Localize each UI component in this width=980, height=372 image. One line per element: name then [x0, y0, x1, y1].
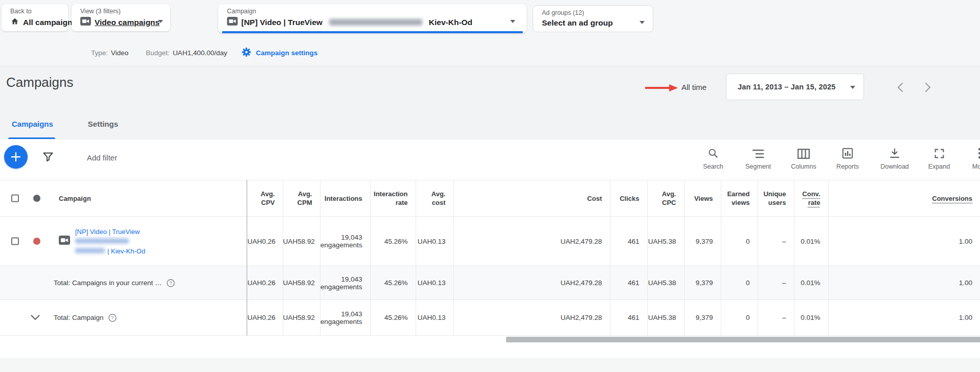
total-campaign-row: Total: Campaign ? UAH0.26 UAH58.92 19,04…: [0, 300, 980, 336]
col-header-interaction-rate[interactable]: Interaction rate: [370, 180, 416, 217]
col-header-clicks[interactable]: Clicks: [610, 180, 647, 217]
cell-conv-rate: 0.01%: [794, 300, 828, 336]
search-button[interactable]: Search: [694, 146, 733, 170]
previous-period-button[interactable]: [894, 81, 907, 94]
cell-conversions: 1.00: [828, 266, 980, 300]
view-selector[interactable]: View (3 filters) Video campaigns: [72, 4, 170, 31]
add-campaign-button[interactable]: [4, 145, 28, 169]
home-icon: [10, 17, 19, 28]
reports-button[interactable]: Reports: [828, 146, 867, 170]
annotation-arrow-icon: [645, 84, 678, 94]
bar-chart-icon: [828, 146, 867, 159]
cell-conv-rate: 0.01%: [794, 217, 828, 266]
cell-conversions: 1.00: [828, 300, 980, 336]
cell-cost: UAH2,479.28: [453, 266, 610, 300]
campaign-name-end: Kiev-Kh-Od: [429, 18, 472, 27]
cell-interaction-rate: 45.26%: [370, 300, 416, 336]
table-header-row: Campaign Avg. CPV Avg. CPM Interactions …: [0, 180, 980, 217]
more-vert-icon: [963, 146, 980, 159]
page-title: Campaigns: [6, 75, 74, 90]
col-header-avg-cpv[interactable]: Avg. CPV: [247, 180, 283, 217]
add-filter-button[interactable]: Add filter: [87, 153, 117, 162]
more-button[interactable]: More: [963, 146, 980, 170]
help-icon[interactable]: ?: [167, 279, 175, 287]
filter-icon[interactable]: [42, 151, 54, 165]
tab-settings[interactable]: Settings: [83, 117, 123, 131]
active-selector-underline: [222, 31, 523, 33]
chevron-down-icon: [640, 21, 645, 24]
cell-avg-cpc: UAH5.38: [647, 266, 684, 300]
campaign-name-start: [NP] Video | TrueView: [241, 18, 323, 27]
campaign-selector[interactable]: Campaign [NP] Video | TrueViewKiev-Kh-Od: [218, 4, 527, 33]
next-period-button[interactable]: [921, 81, 935, 94]
row-checkbox[interactable]: [11, 238, 19, 245]
cell-interactions: 19,043 engagements: [320, 217, 370, 266]
tab-campaigns[interactable]: Campaigns: [7, 117, 58, 131]
col-header-campaign[interactable]: Campaign: [59, 195, 91, 202]
cell-unique-users: –: [758, 300, 794, 336]
col-header-avg-cpm[interactable]: Avg. CPM: [283, 180, 320, 217]
context-bar: Back to All campaigns View (3 filters) V…: [0, 0, 980, 66]
cell-earned-views: 0: [721, 266, 758, 300]
col-header-avg-cost[interactable]: Avg. cost: [416, 180, 453, 217]
campaign-settings-link[interactable]: Campaign settings: [241, 47, 317, 59]
total-filtered-label: Total: Campaigns in your current …: [54, 279, 162, 287]
cell-unique-users: –: [758, 266, 794, 300]
video-campaign-icon: [59, 236, 70, 247]
total-campaign-label-cell: Total: Campaign ?: [0, 300, 247, 336]
cell-avg-cpv: UAH0.26: [247, 300, 283, 336]
col-header-cost[interactable]: Cost: [453, 180, 610, 217]
cell-avg-cpv: UAH0.26: [247, 217, 283, 266]
cell-interaction-rate: 45.26%: [370, 266, 416, 300]
columns-icon: [784, 146, 823, 159]
cell-clicks: 461: [610, 217, 647, 266]
col-header-earned-views[interactable]: Earned views: [721, 180, 758, 217]
col-header-conversions[interactable]: Conversions: [828, 180, 980, 217]
campaign-selector-label: Campaign: [227, 8, 256, 15]
col-header-views[interactable]: Views: [684, 180, 721, 217]
horizontal-scrollbar-thumb[interactable]: [506, 337, 980, 342]
col-header-conv-rate[interactable]: Conv. rate: [794, 180, 828, 217]
col-header-avg-cpc[interactable]: Avg. CPC: [647, 180, 684, 217]
campaign-settings-label: Campaign settings: [256, 49, 317, 57]
help-icon[interactable]: ?: [108, 314, 117, 322]
segment-button[interactable]: Segment: [739, 146, 778, 170]
select-all-checkbox[interactable]: [11, 195, 19, 202]
campaign-name-link[interactable]: [NP] Video | TrueView | Kiev-Kh-Od: [75, 227, 145, 256]
download-button[interactable]: Download: [875, 146, 914, 170]
cell-views: 9,379: [684, 217, 721, 266]
campaign-status-dot[interactable]: [33, 238, 40, 245]
total-campaign-label: Total: Campaign: [54, 314, 104, 321]
cell-clicks: 461: [610, 266, 647, 300]
type-label: Type:: [91, 49, 108, 57]
col-header-interactions[interactable]: Interactions: [320, 180, 370, 217]
date-range-picker[interactable]: Jan 11, 2013 – Jan 15, 2025: [726, 74, 864, 100]
budget-label: Budget:: [146, 49, 170, 57]
total-filtered-row: Total: Campaigns in your current … ? UAH…: [0, 266, 980, 300]
cell-avg-cpm: UAH58.92: [283, 217, 320, 266]
cell-cost: UAH2,479.28: [453, 217, 610, 266]
chevron-down-icon: [510, 20, 515, 23]
cell-avg-cpc: UAH5.38: [647, 217, 684, 266]
active-tab-underline: [8, 137, 55, 139]
status-column-dot-icon: [33, 195, 40, 202]
video-campaigns-label: Video campaigns: [95, 18, 159, 27]
back-to-all-campaigns-button[interactable]: Back to All campaigns: [2, 4, 68, 31]
cell-avg-cost: UAH0.13: [416, 266, 453, 300]
total-filtered-label-cell: Total: Campaigns in your current … ?: [0, 266, 247, 300]
budget-value: UAH1,400.00/day: [173, 49, 227, 57]
date-range-value: Jan 11, 2013 – Jan 15, 2025: [738, 83, 836, 91]
back-to-label: Back to: [10, 8, 32, 15]
svg-text:?: ?: [111, 315, 113, 320]
campaigns-table: Campaign Avg. CPV Avg. CPM Interactions …: [0, 180, 980, 336]
cell-cost: UAH2,479.28: [453, 300, 610, 336]
cell-avg-cpc: UAH5.38: [647, 300, 684, 336]
col-header-unique-users[interactable]: Unique users: [758, 180, 794, 217]
cell-conversions: 1.00: [828, 217, 980, 266]
expand-button[interactable]: Expand: [920, 146, 959, 170]
ad-group-selector[interactable]: Ad groups (12) Select an ad group: [533, 5, 653, 32]
chevron-down-icon[interactable]: [31, 313, 40, 322]
all-campaigns-label: All campaigns: [23, 18, 77, 27]
columns-button[interactable]: Columns: [784, 146, 823, 170]
cell-views: 9,379: [684, 266, 721, 300]
